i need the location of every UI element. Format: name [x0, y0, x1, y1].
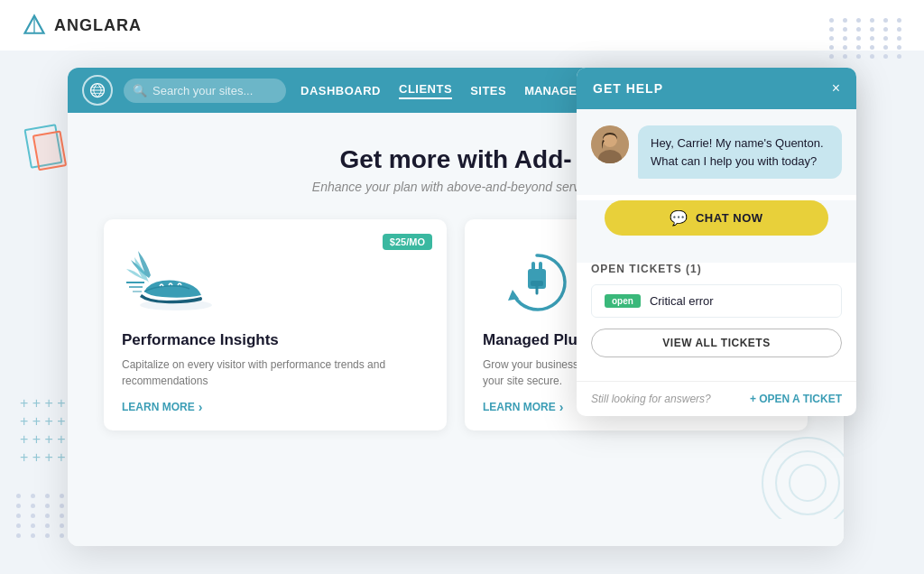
nav-link-manage[interactable]: MANAGE ▾ — [524, 84, 584, 97]
arrow-right-icon: › — [199, 400, 203, 414]
chat-icon: 💬 — [670, 209, 688, 227]
search-input[interactable] — [124, 79, 286, 103]
card-performance-insights: $25/MO — [104, 219, 447, 430]
card-price-badge-1: $25/MO — [383, 234, 432, 250]
ticket-status-badge: open — [605, 294, 641, 308]
brand-logo[interactable]: ANGLARA — [22, 13, 142, 38]
help-panel-header: GET HELP × — [577, 68, 856, 109]
nav-link-sites[interactable]: SITES — [470, 84, 506, 97]
tickets-header: OPEN TICKETS (1) — [591, 263, 842, 275]
decorative-box-icon — [23, 124, 62, 169]
svg-point-15 — [790, 465, 826, 501]
tickets-section: OPEN TICKETS (1) open Critical error VIE… — [577, 263, 856, 381]
plus-deco-1: + + + + — [20, 395, 66, 412]
card-title-1: Performance Insights — [122, 331, 429, 349]
help-panel-close-button[interactable]: × — [832, 80, 840, 97]
svg-marker-7 — [508, 290, 519, 301]
chat-avatar — [591, 125, 629, 163]
nav-logo[interactable] — [82, 75, 113, 106]
footer-still-looking: Still looking for answers? — [591, 393, 711, 405]
nav-logo-icon — [88, 81, 106, 99]
decorative-dots-top-right — [829, 18, 906, 59]
ticket-label: Critical error — [650, 294, 714, 308]
card-desc-1: Capitalize on every visitor with perform… — [122, 356, 429, 389]
arrow-right-icon-2: › — [559, 400, 564, 414]
logo-triangle-icon — [22, 13, 47, 38]
brand-name: ANGLARA — [54, 16, 142, 35]
open-ticket-link[interactable]: + OPEN A TICKET — [750, 393, 842, 405]
help-panel-footer: Still looking for answers? + OPEN A TICK… — [577, 381, 856, 416]
svg-rect-9 — [531, 262, 535, 271]
help-chat-area: Hey, Carrie! My name's Quenton. What can… — [577, 109, 856, 195]
plus-deco-2: + + + + — [20, 413, 66, 430]
svg-point-13 — [762, 438, 844, 519]
decorative-circles — [735, 411, 844, 519]
nav-link-clients[interactable]: CLIENTS — [399, 82, 452, 99]
card-learn-more-1[interactable]: LEARN MORE › — [122, 400, 429, 414]
ticket-item: open Critical error — [591, 284, 842, 318]
chat-now-button[interactable]: 💬 CHAT NOW — [605, 200, 828, 236]
svg-point-14 — [776, 451, 839, 514]
nav-link-dashboard[interactable]: DASHBOARD — [300, 84, 381, 97]
card-illustration-2 — [483, 237, 591, 319]
chat-bubble: Hey, Carrie! My name's Quenton. What can… — [638, 125, 842, 179]
svg-rect-10 — [539, 262, 542, 271]
card-illustration-1 — [122, 237, 230, 319]
help-panel: GET HELP × Hey, Carrie! My name's Quento… — [577, 68, 856, 416]
help-panel-title: GET HELP — [593, 81, 663, 96]
view-all-tickets-button[interactable]: VIEW ALL TICKETS — [591, 329, 842, 357]
top-bar: ANGLARA — [0, 0, 924, 51]
search-wrapper[interactable]: 🔍 — [124, 79, 286, 103]
